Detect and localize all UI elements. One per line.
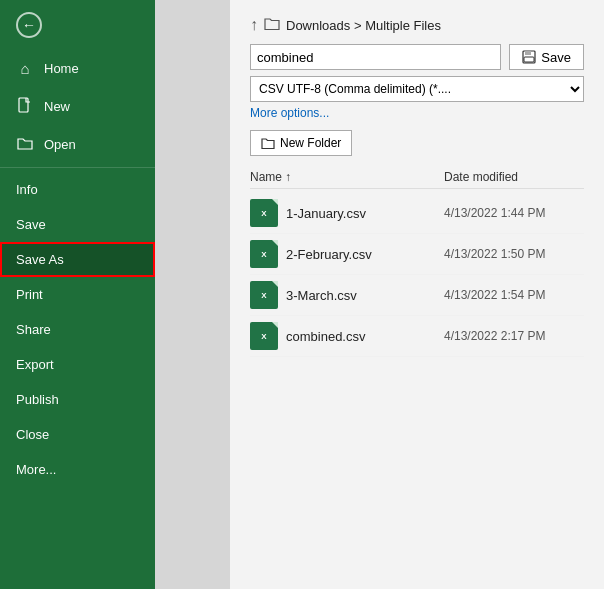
file-excel-icon: X [250, 199, 278, 227]
new-folder-button[interactable]: New Folder [250, 130, 352, 156]
svg-rect-3 [524, 57, 534, 62]
file-name: 2-February.csv [286, 247, 444, 262]
sidebar-print-label: Print [16, 287, 43, 302]
sidebar: ← ⌂ Home New Open Info Save [0, 0, 155, 589]
open-icon [16, 136, 34, 153]
breadcrumb-path: Downloads > Multiple Files [286, 18, 441, 33]
sidebar-save-label: Save [16, 217, 46, 232]
save-button-label: Save [541, 50, 571, 65]
new-folder-row: New Folder [250, 130, 584, 156]
table-row[interactable]: X 2-February.csv 4/13/2022 1:50 PM [250, 234, 584, 275]
sidebar-item-save-as[interactable]: Save As [0, 242, 155, 277]
sidebar-open-label: Open [44, 137, 76, 152]
sidebar-item-new[interactable]: New [0, 87, 155, 126]
file-name: combined.csv [286, 329, 444, 344]
save-button[interactable]: Save [509, 44, 584, 70]
sidebar-item-export[interactable]: Export [0, 347, 155, 382]
sidebar-item-home[interactable]: ⌂ Home [0, 50, 155, 87]
sidebar-item-info[interactable]: Info [0, 172, 155, 207]
breadcrumb-folder-icon [264, 17, 280, 33]
more-options-link[interactable]: More options... [250, 106, 584, 120]
sidebar-item-share[interactable]: Share [0, 312, 155, 347]
column-name[interactable]: Name ↑ [250, 170, 444, 184]
folder-icon [261, 137, 275, 149]
sidebar-info-label: Info [16, 182, 38, 197]
table-row[interactable]: X 3-March.csv 4/13/2022 1:54 PM [250, 275, 584, 316]
main-content: ↑ Downloads > Multiple Files [155, 0, 604, 589]
sidebar-share-label: Share [16, 322, 51, 337]
save-icon [522, 50, 536, 64]
sidebar-divider [0, 167, 155, 168]
filetype-select[interactable]: CSV UTF-8 (Comma delimited) (*.... Excel… [250, 76, 584, 102]
table-row[interactable]: X combined.csv 4/13/2022 2:17 PM [250, 316, 584, 357]
sidebar-item-save[interactable]: Save [0, 207, 155, 242]
sidebar-item-close[interactable]: Close [0, 417, 155, 452]
sidebar-item-more[interactable]: More... [0, 452, 155, 487]
sort-icon: ↑ [285, 170, 291, 184]
filetype-row: CSV UTF-8 (Comma delimited) (*.... Excel… [250, 76, 584, 102]
new-folder-label: New Folder [280, 136, 341, 150]
svg-rect-0 [19, 98, 28, 112]
file-date: 4/13/2022 1:54 PM [444, 288, 584, 302]
table-row[interactable]: X 1-January.csv 4/13/2022 1:44 PM [250, 193, 584, 234]
sidebar-export-label: Export [16, 357, 54, 372]
sidebar-home-label: Home [44, 61, 79, 76]
svg-rect-2 [525, 51, 531, 55]
file-list-header: Name ↑ Date modified [250, 166, 584, 189]
home-icon: ⌂ [16, 60, 34, 77]
file-date: 4/13/2022 2:17 PM [444, 329, 584, 343]
back-circle-icon: ← [16, 12, 42, 38]
column-date[interactable]: Date modified [444, 170, 584, 184]
file-name: 1-January.csv [286, 206, 444, 221]
filename-input[interactable] [250, 44, 501, 70]
file-date: 4/13/2022 1:50 PM [444, 247, 584, 261]
content-area: ↑ Downloads > Multiple Files [155, 0, 604, 589]
sidebar-new-label: New [44, 99, 70, 114]
filename-row: Save [250, 44, 584, 70]
sidebar-publish-label: Publish [16, 392, 59, 407]
sidebar-item-open[interactable]: Open [0, 126, 155, 163]
sidebar-item-print[interactable]: Print [0, 277, 155, 312]
file-name: 3-March.csv [286, 288, 444, 303]
breadcrumb: ↑ Downloads > Multiple Files [250, 16, 584, 34]
file-date: 4/13/2022 1:44 PM [444, 206, 584, 220]
up-arrow-icon[interactable]: ↑ [250, 16, 258, 34]
new-doc-icon [16, 97, 34, 116]
file-panel: ↑ Downloads > Multiple Files [230, 0, 604, 589]
sidebar-saveas-label: Save As [16, 252, 64, 267]
sidebar-item-publish[interactable]: Publish [0, 382, 155, 417]
file-excel-icon: X [250, 322, 278, 350]
file-excel-icon: X [250, 240, 278, 268]
file-list: X 1-January.csv 4/13/2022 1:44 PM X 2-Fe… [250, 193, 584, 357]
sidebar-close-label: Close [16, 427, 49, 442]
back-button[interactable]: ← [0, 0, 155, 50]
gray-panel [155, 0, 230, 589]
column-date-label: Date modified [444, 170, 518, 184]
back-arrow-icon: ← [22, 17, 36, 33]
file-excel-icon: X [250, 281, 278, 309]
column-name-label: Name [250, 170, 282, 184]
sidebar-more-label: More... [16, 462, 56, 477]
